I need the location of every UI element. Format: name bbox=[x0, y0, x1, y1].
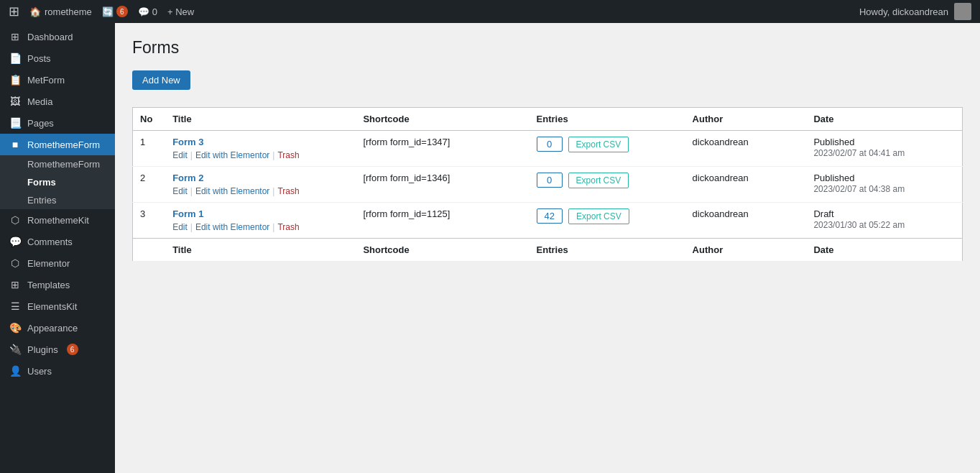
comments-nav-icon: 💬 bbox=[9, 236, 22, 247]
cell-title: Form 2 Edit | Edit with Elementor | Tras… bbox=[165, 166, 356, 202]
edit-elementor-link[interactable]: Edit with Elementor bbox=[195, 150, 269, 160]
cell-shortcode: [rform form_id=1346] bbox=[356, 166, 529, 202]
form-title-link[interactable]: Form 1 bbox=[172, 208, 348, 219]
table-footer-row: Title Shortcode Entries Author Date bbox=[133, 238, 963, 261]
trash-link[interactable]: Trash bbox=[277, 150, 299, 160]
sidebar-item-metform[interactable]: 📋 MetForm bbox=[0, 69, 115, 91]
sidebar-item-comments[interactable]: 💬 Comments bbox=[0, 231, 115, 252]
page-title: Forms bbox=[132, 37, 963, 59]
form-title-link[interactable]: Form 3 bbox=[172, 137, 348, 147]
form-title-link[interactable]: Form 2 bbox=[172, 173, 348, 183]
wp-logo-icon[interactable]: ⊞ bbox=[9, 4, 19, 19]
status-badge: Draft bbox=[813, 208, 833, 219]
table-row: 1 Form 3 Edit | Edit with Elementor | Tr… bbox=[133, 130, 963, 166]
cell-date: Published 2023/02/07 at 04:38 am bbox=[806, 166, 962, 202]
table-header-row: No Title Shortcode Entries Author Date bbox=[133, 107, 963, 130]
status-badge: Published bbox=[813, 137, 854, 147]
romethemekit-icon: ⬡ bbox=[9, 214, 22, 226]
footer-col-shortcode: Shortcode bbox=[356, 238, 529, 261]
row-actions: Edit | Edit with Elementor | Trash bbox=[172, 222, 348, 232]
sidebar-item-appearance[interactable]: 🎨 Appearance bbox=[0, 317, 115, 339]
add-new-button[interactable]: Add New bbox=[132, 70, 190, 90]
sidebar-item-romethemekit[interactable]: ⬡ RomethemeKit bbox=[0, 209, 115, 231]
media-icon: 🖼 bbox=[9, 96, 22, 107]
sidebar-item-label: MetForm bbox=[27, 75, 65, 86]
howdy-text: Howdy, dickoandrean bbox=[859, 6, 948, 17]
sidebar: ⊞ Dashboard 📄 Posts 📋 MetForm 🖼 Media 📃 … bbox=[0, 23, 115, 473]
cell-entries: 0 Export CSV bbox=[530, 166, 685, 202]
export-csv-button[interactable]: Export CSV bbox=[568, 173, 629, 188]
col-header-title: Title bbox=[165, 107, 356, 130]
cell-author: dickoandrean bbox=[685, 202, 807, 238]
top-bar: ⊞ 🏠 rometheme 🔄 6 💬 0 + New Howdy, dicko… bbox=[0, 0, 980, 23]
main-content: Forms Add New No Title Shortcode Entries… bbox=[115, 23, 980, 473]
table-row: 3 Form 1 Edit | Edit with Elementor | Tr… bbox=[133, 202, 963, 238]
posts-icon: 📄 bbox=[9, 52, 22, 64]
col-header-shortcode: Shortcode bbox=[356, 107, 529, 130]
edit-elementor-link[interactable]: Edit with Elementor bbox=[195, 222, 269, 232]
date-text: 2023/02/07 at 04:41 am bbox=[813, 148, 905, 158]
sidebar-item-label: ElementsKit bbox=[27, 301, 77, 312]
sub-item-romethemeform[interactable]: RomethemeForm bbox=[0, 155, 115, 173]
export-csv-button[interactable]: Export CSV bbox=[568, 137, 629, 152]
sidebar-item-elementskit[interactable]: ☰ ElementsKit bbox=[0, 295, 115, 317]
sidebar-item-users[interactable]: 👤 Users bbox=[0, 360, 115, 382]
col-header-date: Date bbox=[806, 107, 962, 130]
export-csv-button[interactable]: Export CSV bbox=[568, 208, 629, 224]
sub-item-forms[interactable]: Forms bbox=[0, 173, 115, 191]
trash-link[interactable]: Trash bbox=[277, 186, 299, 196]
edit-link[interactable]: Edit bbox=[172, 222, 188, 232]
sidebar-item-plugins[interactable]: 🔌 Plugins 6 bbox=[0, 339, 115, 360]
sidebar-item-label: Plugins bbox=[27, 344, 58, 355]
updates-notif[interactable]: 🔄 6 bbox=[102, 6, 128, 17]
plugins-badge: 6 bbox=[67, 344, 78, 355]
templates-icon: ⊞ bbox=[9, 279, 22, 290]
sidebar-item-label: RomethemeKit bbox=[27, 215, 89, 226]
appearance-icon: 🎨 bbox=[9, 322, 22, 334]
sidebar-item-romethemeform[interactable]: ■ RomethemeForm bbox=[0, 134, 115, 155]
site-name[interactable]: 🏠 rometheme bbox=[29, 6, 92, 17]
footer-col-date: Date bbox=[806, 238, 962, 261]
romethemeform-submenu: RomethemeForm Forms Entries bbox=[0, 155, 115, 209]
edit-link[interactable]: Edit bbox=[172, 150, 188, 160]
col-header-author: Author bbox=[685, 107, 807, 130]
sidebar-item-posts[interactable]: 📄 Posts bbox=[0, 47, 115, 69]
footer-col-author: Author bbox=[685, 238, 807, 261]
cell-no: 1 bbox=[133, 130, 166, 166]
sidebar-item-elementor[interactable]: ⬡ Elementor bbox=[0, 252, 115, 274]
sub-item-entries[interactable]: Entries bbox=[0, 191, 115, 209]
sidebar-item-media[interactable]: 🖼 Media bbox=[0, 91, 115, 112]
cell-author: dickoandrean bbox=[685, 130, 807, 166]
sidebar-item-pages[interactable]: 📃 Pages bbox=[0, 112, 115, 134]
romethemeform-icon: ■ bbox=[9, 139, 22, 150]
cell-date: Published 2023/02/07 at 04:41 am bbox=[806, 130, 962, 166]
col-header-no: No bbox=[133, 107, 166, 130]
sidebar-item-label: RomethemeForm bbox=[27, 139, 100, 150]
comments-notif[interactable]: 💬 0 bbox=[138, 6, 157, 17]
trash-link[interactable]: Trash bbox=[277, 222, 299, 232]
edit-link[interactable]: Edit bbox=[172, 186, 188, 196]
cell-author: dickoandrean bbox=[685, 166, 807, 202]
cell-date: Draft 2023/01/30 at 05:22 am bbox=[806, 202, 962, 238]
cell-title: Form 1 Edit | Edit with Elementor | Tras… bbox=[165, 202, 356, 238]
entry-count: 0 bbox=[537, 137, 563, 152]
sidebar-item-templates[interactable]: ⊞ Templates bbox=[0, 274, 115, 295]
table-row: 2 Form 2 Edit | Edit with Elementor | Tr… bbox=[133, 166, 963, 202]
users-icon: 👤 bbox=[9, 365, 22, 377]
updates-icon: 🔄 bbox=[102, 6, 114, 17]
entry-count: 0 bbox=[537, 173, 563, 188]
cell-no: 3 bbox=[133, 202, 166, 238]
cell-title: Form 3 Edit | Edit with Elementor | Tras… bbox=[165, 130, 356, 166]
cell-entries: 0 Export CSV bbox=[530, 130, 685, 166]
edit-elementor-link[interactable]: Edit with Elementor bbox=[195, 186, 269, 196]
sep2: | bbox=[272, 222, 274, 232]
sidebar-item-label: Templates bbox=[27, 280, 70, 290]
sidebar-item-dashboard[interactable]: ⊞ Dashboard bbox=[0, 26, 115, 47]
home-icon: 🏠 bbox=[29, 6, 41, 17]
sidebar-item-label: Appearance bbox=[27, 323, 78, 334]
sep1: | bbox=[190, 222, 193, 232]
status-badge: Published bbox=[813, 173, 854, 183]
row-actions: Edit | Edit with Elementor | Trash bbox=[172, 186, 348, 196]
row-actions: Edit | Edit with Elementor | Trash bbox=[172, 150, 348, 160]
new-button[interactable]: + New bbox=[167, 6, 194, 17]
